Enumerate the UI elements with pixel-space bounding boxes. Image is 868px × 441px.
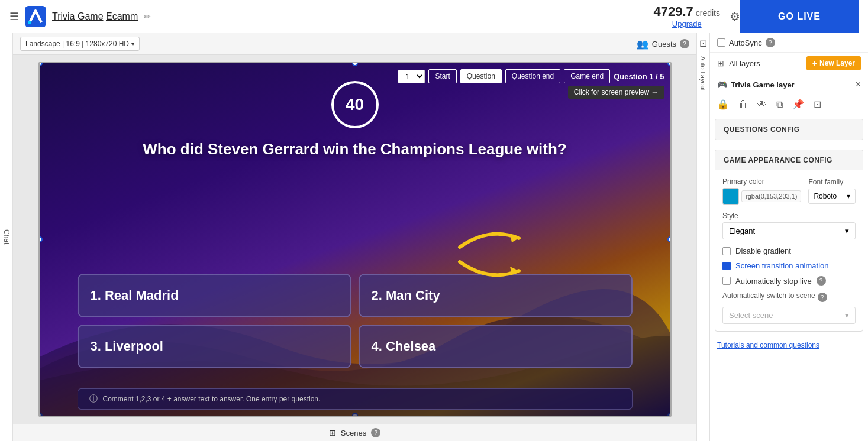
- disable-gradient-checkbox[interactable]: [722, 247, 731, 255]
- auto-switch-label: Automatically switch to scene: [722, 291, 815, 300]
- topbar-right-icons: ⚙: [730, 9, 740, 24]
- style-value: Elegant: [729, 226, 755, 235]
- style-label: Style: [722, 212, 856, 220]
- pin-icon[interactable]: 📌: [792, 99, 804, 110]
- answer-4-button[interactable]: 4. Chelsea: [358, 325, 632, 368]
- canvas-top-controls: 1 Start Question Question end Game end Q…: [398, 69, 664, 83]
- duplicate-icon[interactable]: ⧉: [776, 99, 783, 110]
- color-value[interactable]: rgba(0,153,203,1): [741, 190, 801, 202]
- timer-circle: 40: [331, 81, 379, 128]
- state-start-btn[interactable]: Start: [428, 69, 456, 83]
- preview-canvas: 1 Start Question Question end Game end Q…: [13, 55, 696, 424]
- canvas-frame: 1 Start Question Question end Game end Q…: [38, 62, 672, 417]
- auto-stop-label: Automatically stop live: [735, 277, 812, 286]
- timer-value: 40: [346, 95, 364, 114]
- scenes-help: ?: [371, 428, 380, 437]
- answer-grid: 1. Real Madrid 2. Man City 3. Liverpool …: [77, 274, 632, 368]
- style-row: Style Elegant ▾: [722, 212, 856, 239]
- answer-1-button[interactable]: 1. Real Madrid: [77, 274, 351, 317]
- handle-top-mid[interactable]: [352, 62, 358, 66]
- auto-layout-strip: ⊡ Auto Layout: [696, 33, 709, 441]
- color-swatch[interactable]: [722, 188, 739, 205]
- auto-switch-help: ?: [818, 293, 827, 302]
- scene-chevron-icon: ▾: [845, 311, 849, 320]
- canvas-bottom-bar: ⊞ Scenes ?: [13, 424, 696, 441]
- handle-top-right[interactable]: [667, 62, 672, 66]
- disable-gradient-row: Disable gradient: [722, 247, 856, 255]
- chat-label: Chat: [2, 229, 11, 244]
- autosync-help: ?: [766, 38, 775, 47]
- svg-rect-0: [25, 6, 46, 27]
- layer-type-icon: 🎮: [717, 80, 727, 89]
- scenes-icon: ⊞: [329, 428, 336, 437]
- close-icon[interactable]: ×: [856, 79, 861, 90]
- edit-icon[interactable]: ✏: [144, 12, 151, 21]
- guests-help: ?: [680, 39, 689, 48]
- chevron-down-icon: ▾: [131, 41, 134, 47]
- tutorials-link[interactable]: Tutorials and common questions: [710, 336, 868, 354]
- menu-icon[interactable]: ☰: [9, 10, 19, 23]
- visibility-icon[interactable]: 👁: [757, 99, 767, 110]
- questions-config-header[interactable]: QUESTIONS CONFIG: [715, 119, 863, 140]
- layers-toolbar: ⊞ All layers + New Layer: [710, 53, 868, 74]
- scene-placeholder: Select scene: [729, 311, 773, 320]
- chat-panel[interactable]: Chat: [0, 33, 13, 441]
- new-layer-button[interactable]: + New Layer: [806, 56, 861, 70]
- guests-label: Guests: [652, 40, 676, 48]
- auto-switch-row: Automatically switch to scene ? Select s…: [722, 291, 856, 324]
- screen-preview-label: Click for screen preview →: [574, 88, 659, 96]
- new-layer-label: New Layer: [819, 59, 855, 67]
- answer-2-button[interactable]: 2. Man City: [358, 274, 632, 317]
- grid-icon[interactable]: ⊡: [814, 99, 821, 110]
- state-question-btn[interactable]: Question: [460, 69, 502, 83]
- layout-selector[interactable]: Landscape | 16:9 | 1280x720 HD ▾: [20, 37, 140, 51]
- primary-color-label: Primary color: [722, 177, 801, 186]
- footer-text: Comment 1,2,3 or 4 + answer text to answ…: [102, 395, 320, 403]
- screen-preview-tooltip[interactable]: Click for screen preview →: [568, 86, 664, 99]
- logo: [25, 6, 46, 27]
- font-chevron-icon: ▾: [847, 192, 850, 200]
- question-text: Who did Steven Gerrard win the Champions…: [102, 140, 607, 158]
- state-game-end-btn[interactable]: Game end: [564, 69, 610, 83]
- disable-gradient-label: Disable gradient: [735, 247, 791, 255]
- svg-point-1: [28, 21, 31, 24]
- plus-icon: +: [812, 59, 817, 68]
- question-counter: Question 1 / 5: [614, 72, 664, 81]
- question-nav-dropdown[interactable]: 1: [398, 70, 425, 83]
- screen-transition-checkbox[interactable]: [722, 262, 731, 270]
- auto-stop-help: ?: [817, 276, 826, 286]
- answer-3-button[interactable]: 3. Liverpool: [77, 325, 351, 368]
- info-icon: ⓘ: [89, 394, 98, 404]
- layer-title: Trivia Game layer: [731, 80, 852, 89]
- appearance-config-header[interactable]: GAME APPEARANCE CONFIG: [715, 150, 863, 170]
- go-live-button[interactable]: GO LIVE: [740, 0, 859, 33]
- layout-icon[interactable]: ⊡: [699, 38, 707, 49]
- auto-stop-checkbox[interactable]: [722, 277, 731, 285]
- questions-config-section: QUESTIONS CONFIG: [715, 119, 863, 140]
- canvas-toolbar: Landscape | 16:9 | 1280x720 HD ▾ 👥 Guest…: [13, 33, 696, 55]
- layer-actions: 🔒 🗑 👁 ⧉ 📌 ⊡: [710, 95, 868, 114]
- autosync-checkbox[interactable]: [717, 38, 725, 47]
- font-family-select[interactable]: Roboto ▾: [808, 189, 856, 204]
- autosync-label: AutoSync: [729, 38, 762, 47]
- settings-icon[interactable]: ⚙: [730, 9, 740, 24]
- appearance-content: Primary color rgba(0,153,203,1) Font fam…: [715, 170, 863, 331]
- right-panel: AutoSync ? ⊞ All layers + New Layer 🎮 Tr…: [709, 33, 868, 441]
- state-question-end-btn[interactable]: Question end: [505, 69, 560, 83]
- font-family-label: Font family: [808, 178, 856, 186]
- delete-icon[interactable]: 🗑: [738, 99, 748, 110]
- scene-select[interactable]: Select scene ▾: [722, 307, 856, 324]
- layer-header: 🎮 Trivia Game layer ×: [710, 74, 868, 95]
- handle-top-left[interactable]: [38, 62, 43, 66]
- font-value: Roboto: [814, 192, 837, 200]
- style-chevron-icon: ▾: [845, 226, 849, 235]
- guests-button[interactable]: 👥 Guests ?: [637, 38, 689, 50]
- lock-icon[interactable]: 🔒: [717, 99, 729, 110]
- canvas-area: Landscape | 16:9 | 1280x720 HD ▾ 👥 Guest…: [13, 33, 696, 441]
- screen-transition-row: Screen transition animation: [722, 261, 856, 270]
- scenes-label[interactable]: Scenes: [341, 429, 366, 437]
- app-title: Trivia Game Ecamm: [52, 11, 138, 22]
- all-layers-button[interactable]: All layers: [729, 59, 802, 68]
- guests-icon: 👥: [637, 38, 648, 50]
- style-select[interactable]: Elegant ▾: [722, 222, 856, 239]
